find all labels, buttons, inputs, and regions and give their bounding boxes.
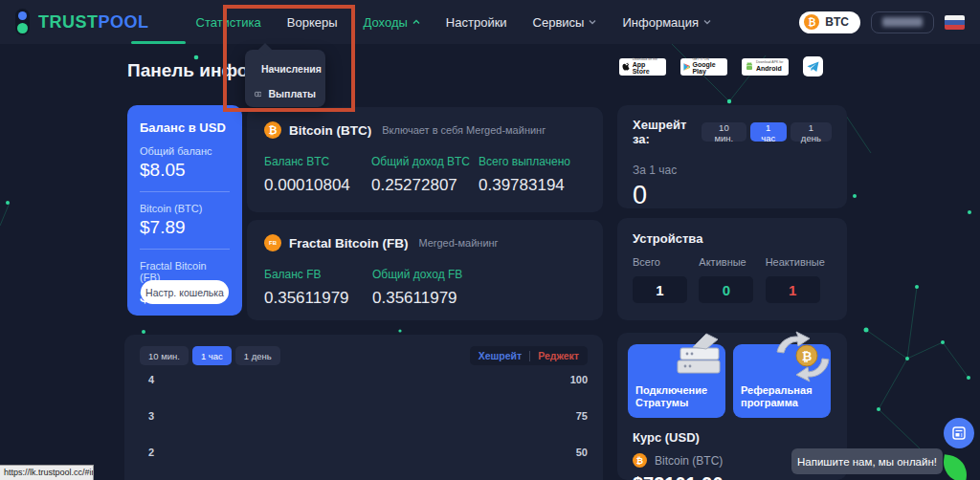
stat-value: 0.00010804 — [264, 176, 371, 195]
nav-item-settings[interactable]: Настройки — [446, 15, 507, 30]
language-flag-ru[interactable] — [945, 15, 965, 30]
nav-item-services[interactable]: Сервисы — [533, 15, 597, 30]
period-1day-button[interactable]: 1 день — [791, 122, 832, 142]
stat-value: 0.35611979 — [372, 289, 480, 308]
bitcoin-card-subtitle: Включает в себя Merged-майнинг — [382, 124, 546, 136]
status-bar-url: https://lk.trustpool.cc/#income — [0, 465, 94, 480]
btc-balance-value: $7.89 — [140, 217, 230, 238]
stratum-connection-tile[interactable]: Подключение Стратумы — [628, 344, 725, 418]
period-10min-button[interactable]: 10 мин. — [702, 122, 746, 142]
balance-card: Баланс в USD Общий баланс $8.05 Bitcoin … — [127, 105, 242, 316]
stat-label: Общий доход BTC — [371, 155, 479, 168]
stat-value: 0.35611979 — [264, 289, 372, 308]
android-icon — [745, 61, 754, 72]
bitcoin-icon: ₿ — [804, 14, 819, 30]
nav-menu: Статистика Воркеры Доходы Настройки Серв… — [196, 15, 712, 30]
currency-selector-button[interactable]: ₿ BTC — [799, 11, 860, 33]
google-play-badge[interactable]: GET IT ONGoogle Play — [680, 58, 727, 76]
chevron-up-icon — [412, 18, 420, 26]
chat-button[interactable] — [944, 418, 974, 448]
telegram-button[interactable] — [803, 56, 823, 76]
banknote-icon — [255, 89, 261, 99]
y-axis-tick-right: 100 — [570, 374, 588, 385]
brand-pool: POOL — [99, 12, 149, 32]
svg-text:₿: ₿ — [802, 349, 813, 363]
chart-period-selector: 10 мин. 1 час 1 день — [140, 346, 280, 365]
legend-hashrate[interactable]: Хешрейт — [479, 350, 522, 361]
app-store-badge[interactable]: Download on theApp Store — [619, 58, 666, 76]
rate-coin-name: Bitcoin (BTC) — [655, 454, 723, 468]
nav-item-income[interactable]: Доходы — [364, 15, 420, 30]
android-apk-badge[interactable]: Download APK forAndroid — [742, 58, 789, 76]
devices-card: Устройства Всего1 Активные0 Неактивные1 — [617, 218, 847, 320]
y-axis-tick-left: 2 — [148, 447, 154, 458]
devices-inactive-label: Неактивные — [766, 256, 832, 268]
active-tab-underline — [131, 41, 186, 44]
income-dropdown-menu: Начисления Выплаты — [245, 50, 325, 107]
y-axis-tick-right: 50 — [576, 447, 588, 458]
bitcoin-icon: ₿ — [264, 121, 281, 139]
chat-leaf-decoration — [941, 454, 969, 480]
legend-reject[interactable]: Реджект — [538, 350, 579, 361]
rate-card-title: Курс (USD) — [633, 430, 700, 445]
chevron-down-icon — [703, 18, 711, 26]
bitcoin-income-card: ₿ Bitcoin (BTC) Включает в себя Merged-м… — [247, 107, 603, 212]
balance-card-title: Баланс в USD — [140, 120, 230, 135]
referral-program-tile[interactable]: Реферальная программа ₿ — [733, 344, 831, 418]
wallet-settings-button[interactable]: Настр. кошелька — [141, 280, 229, 304]
hashrate-card-title: Хешрейт за: — [633, 118, 702, 146]
fractal-bitcoin-icon: FB — [264, 234, 281, 251]
devices-total-label: Всего — [633, 256, 699, 268]
referral-arrows-coin-icon: ₿ — [769, 331, 836, 384]
hashrate-chart-card: 10 мин. 1 час 1 день Хешрейт Реджект 4 3… — [124, 335, 603, 480]
hashrate-card: Хешрейт за: 10 мин. 1 час 1 день За 1 ча… — [617, 105, 847, 208]
devices-total-value: 1 — [633, 276, 687, 303]
hashrate-period-selector: 10 мин. 1 час 1 день — [702, 122, 832, 142]
btc-balance-label: Bitcoin (BTC) — [140, 203, 230, 214]
apple-icon — [622, 61, 631, 72]
top-navbar: TRUSTPOOL Статистика Воркеры Доходы Наст… — [0, 0, 980, 44]
account-button[interactable] — [871, 11, 934, 33]
stat-value: 0.39783194 — [479, 176, 586, 195]
btc-usd-price: $73101.90 — [633, 473, 724, 480]
bitcoin-icon: ₿ — [633, 453, 647, 468]
devices-card-title: Устройства — [633, 231, 832, 246]
period-1hour-button[interactable]: 1 час — [750, 122, 787, 142]
nav-item-information[interactable]: Информация — [622, 15, 711, 30]
devices-active-label: Активные — [699, 256, 765, 268]
chevron-down-icon — [589, 18, 596, 26]
y-axis-tick-left: 3 — [148, 410, 154, 422]
fb-card-subtitle: Merged-майнинг — [419, 237, 499, 249]
chart-period-10min-button[interactable]: 10 мин. — [140, 346, 189, 365]
stat-label: Всего выплачено — [479, 155, 586, 168]
hashrate-period-label: За 1 час — [633, 164, 832, 177]
devices-inactive-value: 1 — [766, 276, 820, 303]
chat-window-icon — [951, 425, 967, 441]
app-badges: Download on theApp Store GET IT ONGoogle… — [619, 56, 823, 76]
total-balance-label: Общий баланс — [140, 145, 230, 157]
chart-period-1hour-button[interactable]: 1 час — [192, 346, 232, 365]
stat-label: Баланс BTC — [264, 155, 371, 168]
total-balance-value: $8.05 — [140, 160, 230, 181]
stat-label: Общий доход FB — [372, 268, 480, 281]
server-stack-icon — [670, 332, 729, 382]
chart-legend: Хешрейт Реджект — [470, 346, 588, 365]
chat-tooltip-text: Напишите нам, мы онлайн! — [797, 456, 937, 468]
chat-tooltip: Напишите нам, мы онлайн! — [791, 448, 943, 474]
bitcoin-card-title: Bitcoin (BTC) — [289, 123, 371, 138]
y-axis-tick-right: 75 — [576, 410, 588, 422]
dropdown-item-accruals[interactable]: Начисления — [245, 58, 325, 78]
dropdown-item-payouts[interactable]: Выплаты — [245, 84, 325, 103]
nav-item-workers[interactable]: Воркеры — [287, 15, 338, 30]
trustpool-logo[interactable]: TRUSTPOOL — [15, 9, 149, 35]
trustpool-logo-icon — [15, 9, 30, 35]
brand-trust: TRUST — [38, 12, 99, 32]
nav-item-statistics[interactable]: Статистика — [196, 15, 261, 30]
chart-period-1day-button[interactable]: 1 день — [235, 346, 280, 365]
fractal-bitcoin-income-card: FB Fractal Bitcoin (FB) Merged-майнинг Б… — [247, 220, 603, 320]
google-play-icon — [683, 62, 690, 72]
telegram-icon — [807, 61, 819, 73]
hashrate-value: 0 — [633, 181, 832, 210]
blurred-username — [882, 17, 923, 27]
stat-label: Баланс FB — [264, 268, 372, 281]
